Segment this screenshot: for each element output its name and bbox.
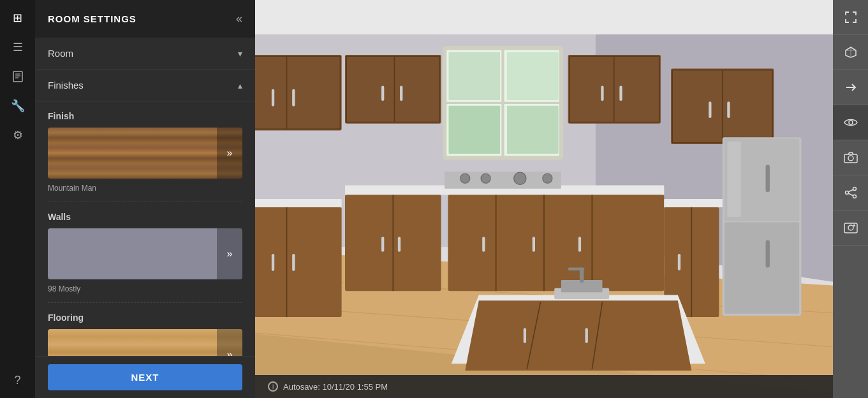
svg-rect-114 xyxy=(853,225,855,226)
main-viewport: 1 2 3 ▲ ◀ ▶ ▼ xyxy=(255,0,833,398)
svg-point-108 xyxy=(845,191,848,195)
info-icon: i xyxy=(268,381,278,392)
svg-marker-24 xyxy=(255,0,833,34)
panel-collapse-button[interactable]: « xyxy=(236,12,242,26)
svg-point-66 xyxy=(514,172,526,184)
svg-rect-0 xyxy=(13,71,22,82)
svg-rect-33 xyxy=(272,89,274,107)
finish-name: Mountain Man xyxy=(48,184,242,193)
svg-point-113 xyxy=(848,225,853,230)
flooring-subsection-label: Flooring xyxy=(48,313,242,323)
flooring-swatch-button[interactable]: » xyxy=(217,329,242,356)
svg-rect-74 xyxy=(578,237,581,252)
svg-rect-50 xyxy=(507,52,559,100)
list-icon[interactable]: ☰ xyxy=(6,36,29,59)
camera-button[interactable] xyxy=(833,140,868,175)
finishes-section-body: Finish » Mountain Man Walls » 98 Mostly … xyxy=(35,101,255,356)
walls-name: 98 Mostly xyxy=(48,284,242,293)
eye-button[interactable] xyxy=(833,105,868,140)
svg-rect-57 xyxy=(619,85,622,101)
photo-button[interactable] xyxy=(833,210,868,246)
flooring-swatch-container: » xyxy=(48,329,242,356)
svg-point-65 xyxy=(481,173,490,183)
svg-point-104 xyxy=(849,121,853,124)
next-button[interactable]: NEXT xyxy=(48,364,242,390)
settings-icon[interactable]: ⚙ xyxy=(6,124,29,147)
svg-rect-89 xyxy=(727,142,741,217)
cube-button[interactable] xyxy=(833,35,868,70)
svg-rect-61 xyxy=(381,237,384,252)
finish-swatch[interactable]: » xyxy=(48,128,242,179)
finishes-section-header[interactable]: Finishes ▴ xyxy=(35,70,255,101)
svg-point-67 xyxy=(543,173,552,183)
svg-rect-36 xyxy=(255,207,342,317)
svg-rect-52 xyxy=(507,106,559,154)
svg-line-110 xyxy=(848,189,853,191)
svg-rect-30 xyxy=(255,55,342,130)
kitchen-scene xyxy=(255,0,833,398)
svg-point-107 xyxy=(853,188,856,191)
svg-marker-91 xyxy=(465,300,691,371)
room-section-header[interactable]: Room ▾ xyxy=(35,38,255,70)
panel-title: ROOM SETTINGS xyxy=(48,13,136,24)
autosave-text: Autosave: 10/11/20 1:55 PM xyxy=(283,382,388,392)
walls-swatch[interactable]: » xyxy=(48,228,242,279)
svg-rect-44 xyxy=(400,85,402,101)
panel-header: ROOM SETTINGS « xyxy=(35,0,255,38)
next-button-container: NEXT xyxy=(35,356,255,398)
svg-rect-95 xyxy=(585,328,588,343)
finish-swatch-button[interactable]: » xyxy=(217,128,242,179)
right-toolbar xyxy=(833,0,868,398)
svg-point-109 xyxy=(853,195,856,198)
panel-body: Room ▾ Finishes ▴ Finish » Mountain Man … xyxy=(35,38,255,356)
document-icon[interactable] xyxy=(6,65,29,88)
room-settings-panel: ROOM SETTINGS « Room ▾ Finishes ▴ Finish… xyxy=(35,0,255,398)
svg-rect-72 xyxy=(482,237,485,252)
svg-rect-35 xyxy=(255,199,342,207)
finishes-section-arrow: ▴ xyxy=(238,80,242,91)
svg-rect-86 xyxy=(725,223,799,314)
svg-rect-34 xyxy=(292,89,295,107)
arrow-right-button[interactable] xyxy=(833,70,868,105)
fullscreen-button[interactable] xyxy=(833,0,868,35)
svg-rect-78 xyxy=(709,101,711,118)
svg-rect-51 xyxy=(448,106,500,154)
finish-subsection-label: Finish xyxy=(48,111,242,121)
room-section-arrow: ▾ xyxy=(238,48,242,59)
svg-rect-56 xyxy=(601,85,603,101)
walls-swatch-button[interactable]: » xyxy=(217,228,242,279)
help-icon[interactable]: ? xyxy=(6,369,29,392)
wrench-icon[interactable]: 🔧 xyxy=(6,94,29,117)
svg-rect-68 xyxy=(448,195,664,291)
flooring-swatch[interactable]: » xyxy=(48,329,242,356)
svg-rect-79 xyxy=(727,101,730,118)
svg-rect-49 xyxy=(448,52,500,100)
room-section-label: Room xyxy=(48,48,73,59)
svg-rect-43 xyxy=(381,85,384,101)
svg-rect-39 xyxy=(292,254,295,271)
finishes-section-label: Finishes xyxy=(48,80,84,91)
svg-rect-94 xyxy=(524,328,526,343)
finish-divider xyxy=(48,202,242,202)
svg-rect-40 xyxy=(345,55,441,124)
autosave-bar: i Autosave: 10/11/20 1:55 PM xyxy=(255,375,833,398)
finish-swatch-container: » xyxy=(48,128,242,179)
home-icon[interactable]: ⊞ xyxy=(6,6,29,29)
svg-rect-38 xyxy=(272,254,274,271)
svg-point-106 xyxy=(848,156,853,161)
svg-rect-88 xyxy=(766,240,770,268)
svg-rect-73 xyxy=(533,237,535,252)
svg-line-111 xyxy=(848,193,853,195)
svg-point-64 xyxy=(460,173,470,183)
svg-rect-87 xyxy=(766,165,770,192)
walls-divider xyxy=(48,302,242,303)
walls-swatch-container: » xyxy=(48,228,242,279)
sidebar-icons: ⊞ ☰ 🔧 ⚙ ? xyxy=(0,0,35,398)
svg-rect-83 xyxy=(678,254,680,270)
walls-subsection-label: Walls xyxy=(48,212,242,222)
svg-rect-62 xyxy=(398,237,401,252)
share-button[interactable] xyxy=(833,175,868,210)
svg-rect-99 xyxy=(568,268,585,270)
